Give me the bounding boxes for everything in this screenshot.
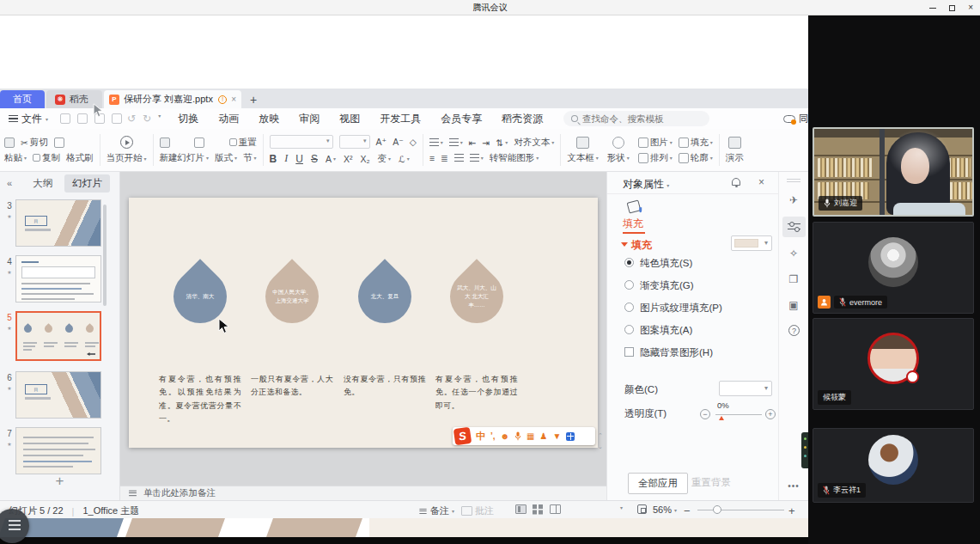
sorter-view-button[interactable]	[533, 504, 544, 514]
sogou-logo-icon[interactable]: S	[453, 427, 472, 445]
tab-home[interactable]: 首页	[0, 90, 45, 108]
slide-thumbnail-5-selected[interactable]	[15, 311, 101, 361]
effects-wand-icon[interactable]: ✧	[779, 248, 808, 260]
slide-thumbnail-4[interactable]	[15, 255, 101, 303]
to-smart-graphic-button[interactable]: 转智能图形▾	[490, 152, 539, 164]
strike-button[interactable]: S	[311, 153, 318, 165]
more-icon[interactable]: ▾	[158, 113, 161, 125]
strip-handle[interactable]	[787, 179, 800, 180]
slide-shape-drop-4[interactable]: 武大、川大、山大 北大汇丰……	[439, 259, 514, 334]
comments-button[interactable]: 批注	[461, 504, 494, 517]
close-icon[interactable]: ×	[968, 3, 973, 12]
highlight-button[interactable]: ℒ▾	[399, 154, 410, 164]
texture-fill-label[interactable]: 图片或纹理填充(P)	[640, 302, 722, 315]
paste-button[interactable]: 粘贴▾	[4, 152, 27, 164]
reading-view-button[interactable]	[550, 504, 561, 514]
line-spacing-icon[interactable]	[454, 154, 464, 162]
clear-format-icon[interactable]: ◇	[410, 137, 417, 147]
text-effect-button[interactable]: 变▾	[378, 153, 392, 165]
strip-more-icon[interactable]: •••	[779, 481, 808, 491]
zoom-level[interactable]: 56%▾	[653, 504, 677, 515]
radio-pattern-fill[interactable]	[624, 325, 634, 334]
gradient-fill-label[interactable]: 渐变填充(G)	[640, 279, 694, 292]
apply-all-button[interactable]: 全部应用	[628, 473, 688, 494]
ime-emoji-icon[interactable]: ☻	[501, 432, 510, 441]
zoom-out-button[interactable]: −	[684, 504, 691, 517]
save-icon[interactable]	[60, 113, 70, 124]
undo-icon[interactable]: ↺	[127, 113, 136, 125]
fill-swatch-dropdown[interactable]	[731, 235, 772, 251]
text-direction-button[interactable]: ⇅▾	[496, 138, 508, 148]
arrange-button[interactable]: 排列▾	[638, 152, 673, 164]
transparency-minus-button[interactable]: −	[700, 409, 710, 419]
hide-background-checkbox[interactable]	[624, 347, 634, 357]
outdent-icon[interactable]: ⇤	[469, 138, 477, 148]
tab-slides[interactable]: 幻灯片	[64, 174, 110, 193]
image-tools-icon[interactable]: ▣	[779, 299, 808, 311]
radio-gradient-fill[interactable]	[624, 280, 634, 290]
normal-view-button[interactable]	[515, 504, 527, 514]
command-search[interactable]	[563, 111, 709, 126]
zoom-slider[interactable]	[697, 510, 784, 510]
quick-send-icon[interactable]: ✈	[779, 194, 808, 206]
radio-texture-fill[interactable]	[624, 303, 634, 312]
pin-bell-icon[interactable]	[732, 178, 740, 186]
font-family-select[interactable]	[270, 135, 333, 149]
columns-icon[interactable]: ▾	[470, 154, 484, 162]
current-slide[interactable]: 清华、南大 有夏令营，也有预推免。以预推免结果为准。夏令营优营分量不一。 中国人…	[129, 198, 598, 448]
slide-thumbnail-3[interactable]: 目	[15, 199, 101, 247]
transparency-plus-button[interactable]: +	[765, 409, 776, 419]
add-slide-button[interactable]: +	[0, 473, 119, 490]
font-size-select[interactable]	[339, 135, 370, 149]
underline-button[interactable]: U	[295, 153, 303, 165]
fit-slide-button[interactable]	[637, 504, 647, 514]
notes-toggle-button[interactable]: 备注▾	[418, 504, 454, 517]
ime-voice-icon[interactable]	[514, 431, 521, 441]
slide-text-1[interactable]: 有夏令营，也有预推免。以预推免结果为准。夏令营优营分量不一。	[159, 373, 241, 425]
ime-toolbar[interactable]: S 中 ’, ☻ ▦ ♟ ▼	[453, 427, 595, 445]
video-tile-3[interactable]: 候筱蒙	[813, 318, 974, 410]
menu-animation[interactable]: 动画	[218, 112, 239, 126]
copy-button[interactable]: 复制	[33, 152, 60, 164]
menu-view[interactable]: 视图	[339, 112, 360, 126]
status-more-dropdown[interactable]: ▾	[620, 504, 623, 510]
radio-solid-fill[interactable]	[624, 258, 634, 267]
export-icon[interactable]	[77, 113, 88, 124]
subscript-button[interactable]: X₂	[360, 154, 369, 164]
slide-thumbnail-6[interactable]: 目	[15, 371, 101, 419]
new-slide-button[interactable]: 新建幻灯片▾	[160, 152, 210, 164]
menu-devtools[interactable]: 开发工具	[380, 112, 421, 126]
menu-slideshow[interactable]: 放映	[259, 112, 279, 126]
shapes-button[interactable]: 形状▾	[607, 152, 630, 164]
canvas-nav-arrows[interactable]: ⌃⌄	[598, 430, 603, 453]
fill-section-title[interactable]: 填充	[631, 238, 652, 253]
thumbnail-scrollbar[interactable]	[103, 205, 107, 306]
ime-skin-icon[interactable]: ▼	[553, 432, 562, 441]
layout-button[interactable]: 版式▾	[215, 152, 237, 164]
slide-text-2[interactable]: 一般只有夏令营，人大分正选和备选。	[251, 373, 333, 400]
menu-member[interactable]: 会员专享	[441, 112, 482, 126]
minimize-icon[interactable]	[929, 8, 936, 9]
duplicate-icon[interactable]: ❐	[779, 273, 808, 285]
slide-shape-drop-2[interactable]: 中国人民大学、上海交通大学	[254, 259, 330, 334]
properties-sliders-icon[interactable]	[788, 223, 800, 224]
superscript-button[interactable]: X²	[344, 154, 353, 164]
file-menu[interactable]: 文件 ▾	[0, 112, 55, 126]
slide-text-3[interactable]: 没有夏令营，只有预推免。	[344, 373, 426, 400]
present-button[interactable]: 演示	[726, 152, 744, 164]
hide-background-label[interactable]: 隐藏背景图形(H)	[640, 346, 713, 359]
slide-text-4[interactable]: 有夏令营，也有预推免。任选一个参加通过即可。	[435, 373, 518, 413]
reset-button[interactable]: 重置	[229, 137, 257, 149]
menu-transition[interactable]: 切换	[178, 112, 198, 126]
search-input[interactable]	[582, 113, 702, 124]
video-tile-2[interactable]: evermore	[813, 222, 974, 314]
ime-toolbox-icon[interactable]	[566, 432, 575, 441]
pattern-fill-label[interactable]: 图案填充(A)	[640, 324, 692, 337]
redo-icon[interactable]: ↻	[143, 113, 151, 125]
fill-button[interactable]: 填充▾	[679, 137, 713, 149]
ime-keyboard-icon[interactable]: ▦	[527, 432, 534, 441]
zoom-slider-knob[interactable]	[713, 505, 721, 514]
reset-background-button[interactable]: 重置背景	[691, 476, 731, 489]
solid-fill-label[interactable]: 纯色填充(S)	[640, 257, 692, 270]
close-panel-icon[interactable]: ×	[758, 176, 764, 188]
